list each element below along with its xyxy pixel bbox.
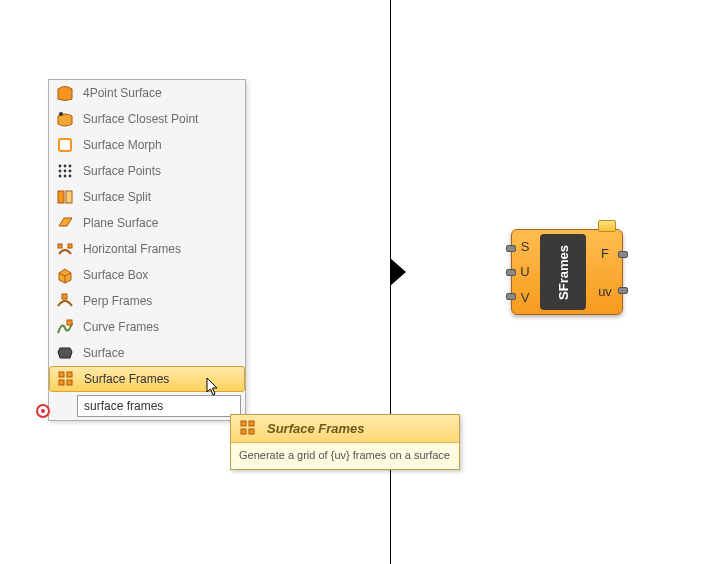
menu-item-surface[interactable]: Surface xyxy=(49,340,245,366)
curve-frames-icon xyxy=(55,317,75,337)
menu-item-surface-closest-point[interactable]: Surface Closest Point xyxy=(49,106,245,132)
menu-item-surface-morph[interactable]: Surface Morph xyxy=(49,132,245,158)
surface-box-icon xyxy=(55,265,75,285)
tooltip-title: Surface Frames xyxy=(267,421,365,436)
menu-item-label: Surface Closest Point xyxy=(83,112,239,126)
svg-rect-18 xyxy=(67,372,72,377)
svg-rect-20 xyxy=(67,380,72,385)
svg-point-8 xyxy=(59,175,62,178)
input-port-v[interactable]: V xyxy=(521,290,530,305)
plane-surface-icon xyxy=(55,213,75,233)
svg-point-4 xyxy=(69,165,72,168)
menu-item-label: Perp Frames xyxy=(83,294,239,308)
svg-rect-13 xyxy=(58,244,62,248)
svg-rect-16 xyxy=(67,320,72,325)
input-port-s[interactable]: S xyxy=(521,239,530,254)
four-point-surface-icon xyxy=(55,83,75,103)
grip-icon[interactable] xyxy=(506,269,516,276)
svg-point-9 xyxy=(64,175,67,178)
grip-icon[interactable] xyxy=(618,251,628,258)
surface-closest-point-icon xyxy=(55,109,75,129)
grip-icon[interactable] xyxy=(506,245,516,252)
svg-rect-14 xyxy=(68,244,72,248)
menu-item-surface-box[interactable]: Surface Box xyxy=(49,262,245,288)
svg-rect-1 xyxy=(59,139,71,151)
surface-frames-icon xyxy=(56,369,76,389)
svg-rect-17 xyxy=(59,372,64,377)
svg-point-7 xyxy=(69,170,72,173)
play-marker-icon xyxy=(390,258,406,286)
menu-item-perp-frames[interactable]: Perp Frames xyxy=(49,288,245,314)
surface-icon xyxy=(55,343,75,363)
component-note-tag-icon xyxy=(598,220,616,232)
surface-morph-icon xyxy=(55,135,75,155)
svg-rect-24 xyxy=(249,429,254,434)
svg-rect-21 xyxy=(241,421,246,426)
svg-rect-15 xyxy=(62,294,67,299)
menu-item-4point-surface[interactable]: 4Point Surface xyxy=(49,80,245,106)
grip-icon[interactable] xyxy=(506,293,516,300)
input-port-u[interactable]: U xyxy=(520,264,529,279)
menu-item-surface-frames[interactable]: Surface Frames xyxy=(49,366,245,392)
svg-point-10 xyxy=(69,175,72,178)
perp-frames-icon xyxy=(55,291,75,311)
svg-rect-22 xyxy=(249,421,254,426)
menu-item-label: Plane Surface xyxy=(83,216,239,230)
menu-item-curve-frames[interactable]: Curve Frames xyxy=(49,314,245,340)
component-name-label: SFrames xyxy=(556,245,571,300)
output-ports: F uv xyxy=(588,230,622,314)
surface-points-icon xyxy=(55,161,75,181)
horizontal-frames-icon xyxy=(55,239,75,259)
menu-item-label: Surface Split xyxy=(83,190,239,204)
component-sframes[interactable]: S U V SFrames F uv xyxy=(511,229,623,315)
input-grips xyxy=(506,230,516,314)
svg-rect-19 xyxy=(59,380,64,385)
output-port-uv[interactable]: uv xyxy=(598,284,612,299)
menu-item-label: 4Point Surface xyxy=(83,86,239,100)
menu-item-label: Horizontal Frames xyxy=(83,242,239,256)
svg-point-2 xyxy=(59,165,62,168)
svg-rect-12 xyxy=(66,191,72,203)
menu-item-label: Surface xyxy=(83,346,239,360)
svg-point-6 xyxy=(64,170,67,173)
output-port-f[interactable]: F xyxy=(601,246,609,261)
output-grips xyxy=(618,230,628,314)
surface-split-icon xyxy=(55,187,75,207)
menu-item-label: Surface Frames xyxy=(84,372,238,386)
tooltip-description: Generate a grid of {uv} frames on a surf… xyxy=(231,443,459,469)
svg-point-3 xyxy=(64,165,67,168)
tooltip-header: Surface Frames xyxy=(231,415,459,443)
menu-item-label: Curve Frames xyxy=(83,320,239,334)
menu-item-label: Surface Box xyxy=(83,268,239,282)
menu-item-label: Surface Points xyxy=(83,164,239,178)
menu-item-horizontal-frames[interactable]: Horizontal Frames xyxy=(49,236,245,262)
menu-item-label: Surface Morph xyxy=(83,138,239,152)
component-body[interactable]: SFrames xyxy=(540,234,586,310)
component-tooltip: Surface Frames Generate a grid of {uv} f… xyxy=(230,414,460,470)
svg-point-5 xyxy=(59,170,62,173)
search-row xyxy=(49,392,245,420)
surface-frames-icon xyxy=(239,419,259,439)
component-search-input[interactable] xyxy=(77,395,241,417)
grip-icon[interactable] xyxy=(618,287,628,294)
origin-marker-icon xyxy=(36,404,50,418)
svg-rect-23 xyxy=(241,429,246,434)
component-search-menu: 4Point Surface Surface Closest Point Sur… xyxy=(48,79,246,421)
menu-item-surface-points[interactable]: Surface Points xyxy=(49,158,245,184)
svg-rect-11 xyxy=(58,191,64,203)
svg-point-0 xyxy=(59,112,63,116)
menu-item-plane-surface[interactable]: Plane Surface xyxy=(49,210,245,236)
menu-item-surface-split[interactable]: Surface Split xyxy=(49,184,245,210)
